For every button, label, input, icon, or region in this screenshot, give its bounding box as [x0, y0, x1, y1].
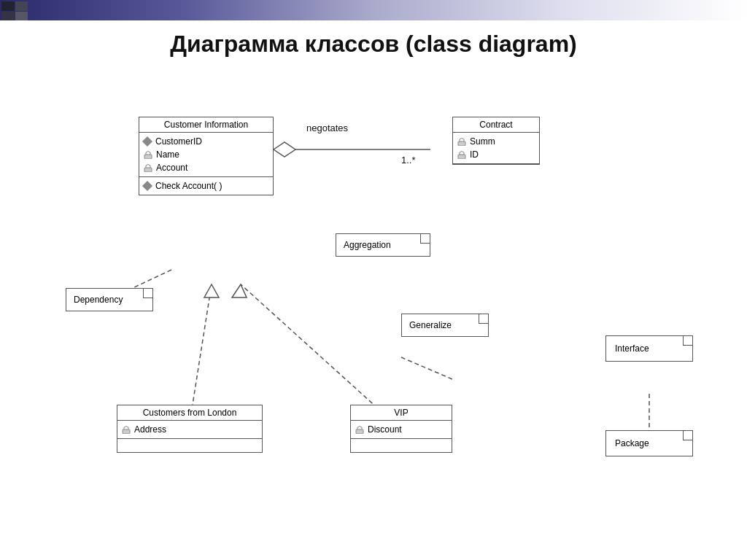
top-bar: [0, 0, 747, 20]
customers-london-header: Customers from London: [117, 405, 262, 421]
package-label: Package: [615, 438, 649, 448]
svg-rect-10: [144, 168, 152, 172]
vip-header: VIP: [351, 405, 452, 421]
attr-name: Name: [144, 148, 268, 161]
svg-marker-6: [232, 284, 247, 298]
customer-info-header: Customer Information: [139, 117, 273, 133]
multiplicity-label: 1..*: [401, 155, 416, 166]
diagram-container: Customer Information CustomerID Name Acc…: [44, 73, 703, 531]
attr-summ: Summ: [457, 135, 535, 148]
aggregation-label: Aggregation: [344, 240, 391, 250]
attr-address: Address: [122, 423, 258, 436]
method-checkaccount: Check Account( ): [144, 179, 268, 192]
contract-attrs: Summ ID: [453, 133, 539, 164]
dependency-label: Dependency: [74, 295, 123, 305]
customers-london-attrs: Address: [117, 421, 262, 439]
svg-marker-4: [204, 284, 219, 298]
svg-rect-13: [123, 429, 130, 434]
package-note: Package: [605, 430, 693, 456]
negotates-label: negotates: [306, 122, 348, 133]
vip-class: VIP Discount: [350, 405, 452, 453]
attr-customerid: CustomerID: [144, 135, 268, 148]
customers-london-class: Customers from London Address: [117, 405, 263, 453]
svg-line-5: [241, 284, 394, 423]
page-title: Диаграмма классов (class diagram): [0, 31, 747, 58]
aggregation-note: Aggregation: [336, 233, 430, 257]
svg-rect-12: [458, 155, 465, 159]
contract-class: Contract Summ ID: [452, 117, 540, 165]
top-squares: [1, 1, 28, 20]
svg-rect-14: [356, 429, 363, 434]
vip-methods-spacer: [351, 439, 452, 452]
vip-attrs: Discount: [351, 421, 452, 439]
interface-note: Interface: [605, 335, 693, 362]
attr-discount: Discount: [355, 423, 447, 436]
customer-info-attrs: CustomerID Name Account: [139, 133, 273, 177]
dependency-note: Dependency: [66, 288, 153, 311]
svg-line-7: [401, 357, 452, 379]
customer-info-methods: Check Account( ): [139, 177, 273, 195]
attr-account: Account: [144, 161, 268, 174]
customer-info-class: Customer Information CustomerID Name Acc…: [139, 117, 274, 195]
svg-rect-9: [144, 155, 152, 159]
attr-id: ID: [457, 148, 535, 161]
generalize-note: Generalize: [401, 314, 489, 337]
svg-rect-11: [458, 141, 465, 146]
svg-marker-0: [274, 142, 295, 157]
interface-label: Interface: [615, 343, 649, 354]
customers-london-methods-spacer: [117, 439, 262, 452]
generalize-label: Generalize: [409, 320, 452, 330]
contract-header: Contract: [453, 117, 539, 133]
svg-line-3: [190, 284, 212, 423]
